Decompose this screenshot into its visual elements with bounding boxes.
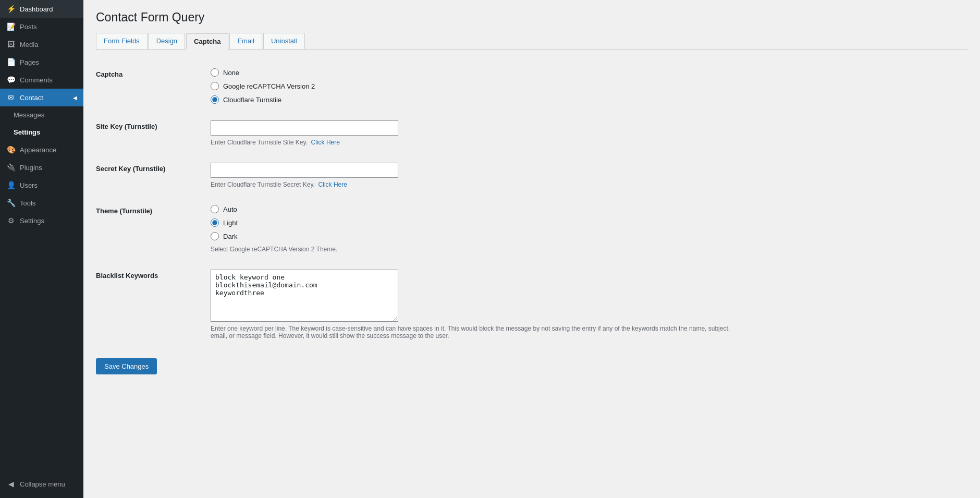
blacklist-label: Blacklist Keywords — [96, 272, 158, 280]
sidebar-item-dashboard[interactable]: ⚡ Dashboard — [0, 0, 83, 18]
page-title: Contact Form Query — [96, 10, 967, 25]
appearance-icon: 🎨 — [6, 145, 16, 154]
captcha-radio-recaptcha[interactable] — [211, 82, 219, 90]
contact-arrow-icon: ◀ — [73, 95, 77, 101]
sidebar-item-pages[interactable]: 📄 Pages — [0, 53, 83, 71]
sidebar: ⚡ Dashboard 📝 Posts 🖼 Media 📄 Pages 💬 Co… — [0, 0, 83, 498]
sidebar-item-settings[interactable]: Settings — [0, 124, 83, 141]
captcha-option-none-label: None — [223, 69, 239, 77]
sidebar-item-wp-settings-label: Settings — [20, 217, 44, 225]
tab-form-fields[interactable]: Form Fields — [96, 33, 148, 49]
theme-radio-dark[interactable] — [211, 232, 219, 240]
sidebar-item-appearance[interactable]: 🎨 Appearance — [0, 141, 83, 159]
dashboard-icon: ⚡ — [6, 5, 16, 13]
captcha-option-recaptcha-label: Google reCAPTCHA Version 2 — [223, 82, 315, 90]
captcha-option-turnstile-label: Cloudflare Turnstile — [223, 96, 281, 104]
sidebar-item-tools-label: Tools — [20, 199, 35, 207]
tab-design[interactable]: Design — [149, 33, 185, 49]
collapse-icon: ◀ — [6, 480, 16, 488]
site-key-link[interactable]: Click Here — [311, 139, 340, 146]
captcha-radio-none[interactable] — [211, 68, 219, 77]
sidebar-item-media[interactable]: 🖼 Media — [0, 35, 83, 53]
theme-option-light-label: Light — [223, 219, 238, 227]
plugins-icon: 🔌 — [6, 163, 16, 172]
sidebar-item-media-label: Media — [20, 41, 38, 48]
sidebar-item-collapse-label: Collapse menu — [20, 480, 65, 488]
captcha-label: Captcha — [96, 70, 123, 78]
blacklist-textarea[interactable]: block keyword one blockthisemail@domain.… — [211, 270, 398, 322]
settings-table: Captcha None Google reCAPTCHA Version 2 — [96, 60, 967, 348]
theme-radio-light[interactable] — [211, 218, 219, 227]
theme-option-dark[interactable]: Dark — [211, 232, 967, 240]
main-content: Contact Form Query Form Fields Design Ca… — [83, 0, 980, 498]
sidebar-item-posts[interactable]: 📝 Posts — [0, 18, 83, 35]
users-icon: 👤 — [6, 181, 16, 189]
contact-submenu: Messages Settings — [0, 106, 83, 141]
theme-option-dark-label: Dark — [223, 233, 237, 240]
contact-icon: ✉ — [6, 93, 16, 102]
sidebar-item-dashboard-label: Dashboard — [20, 5, 53, 13]
form-area: Captcha None Google reCAPTCHA Version 2 — [96, 60, 967, 374]
sidebar-item-users[interactable]: 👤 Users — [0, 176, 83, 194]
tab-captcha[interactable]: Captcha — [186, 33, 228, 50]
captcha-option-turnstile[interactable]: Cloudflare Turnstile — [211, 95, 967, 104]
theme-radio-group: Auto Light Dark — [211, 205, 967, 240]
theme-option-auto-label: Auto — [223, 205, 237, 213]
sidebar-item-users-label: Users — [20, 181, 38, 189]
save-button[interactable]: Save Changes — [96, 358, 157, 374]
site-key-label: Site Key (Turnstile) — [96, 123, 157, 130]
tab-uninstall[interactable]: Uninstall — [263, 33, 305, 49]
theme-row: Theme (Turnstile) Auto Light — [96, 197, 967, 261]
tab-bar: Form Fields Design Captcha Email Uninsta… — [96, 33, 967, 50]
secret-key-link[interactable]: Click Here — [318, 181, 347, 188]
tools-icon: 🔧 — [6, 199, 16, 207]
pages-icon: 📄 — [6, 58, 16, 66]
theme-option-auto[interactable]: Auto — [211, 205, 967, 213]
sidebar-item-messages-label: Messages — [14, 111, 44, 119]
secret-key-input[interactable] — [211, 163, 398, 178]
posts-icon: 📝 — [6, 22, 16, 31]
sidebar-item-wp-settings[interactable]: ⚙ Settings — [0, 212, 83, 229]
sidebar-item-tools[interactable]: 🔧 Tools — [0, 194, 83, 212]
blacklist-description: Enter one keyword per line. The keyword … — [211, 325, 732, 339]
captcha-row: Captcha None Google reCAPTCHA Version 2 — [96, 60, 967, 112]
blacklist-row: Blacklist Keywords block keyword one blo… — [96, 261, 967, 348]
tab-email[interactable]: Email — [229, 33, 262, 49]
sidebar-item-contact-label: Contact — [20, 94, 43, 102]
site-key-row: Site Key (Turnstile) Enter Cloudflare Tu… — [96, 112, 967, 154]
sidebar-item-messages[interactable]: Messages — [0, 106, 83, 124]
captcha-radio-group: None Google reCAPTCHA Version 2 Cloudfla… — [211, 68, 967, 104]
theme-description: Select Google reCAPTCHA Version 2 Theme. — [211, 246, 967, 253]
sidebar-item-appearance-label: Appearance — [20, 146, 56, 154]
secret-key-description: Enter Cloudflare Turnstile Secret Key. C… — [211, 181, 967, 188]
sidebar-item-comments-label: Comments — [20, 76, 53, 84]
captcha-radio-turnstile[interactable] — [211, 95, 219, 104]
sidebar-item-posts-label: Posts — [20, 23, 37, 31]
sidebar-item-plugins[interactable]: 🔌 Plugins — [0, 159, 83, 176]
theme-option-light[interactable]: Light — [211, 218, 967, 227]
site-key-description: Enter Cloudflare Turnstile Site Key. Cli… — [211, 139, 967, 146]
sidebar-item-pages-label: Pages — [20, 58, 39, 66]
media-icon: 🖼 — [6, 40, 16, 48]
sidebar-item-contact[interactable]: ✉ Contact ◀ — [0, 89, 83, 106]
sidebar-item-collapse[interactable]: ◀ Collapse menu — [0, 475, 83, 493]
captcha-option-none[interactable]: None — [211, 68, 967, 77]
settings-icon: ⚙ — [6, 216, 16, 225]
comments-icon: 💬 — [6, 76, 16, 84]
secret-key-label: Secret Key (Turnstile) — [96, 165, 165, 173]
sidebar-item-comments[interactable]: 💬 Comments — [0, 71, 83, 89]
theme-radio-auto[interactable] — [211, 205, 219, 213]
captcha-option-recaptcha[interactable]: Google reCAPTCHA Version 2 — [211, 82, 967, 90]
secret-key-row: Secret Key (Turnstile) Enter Cloudflare … — [96, 154, 967, 197]
sidebar-item-plugins-label: Plugins — [20, 164, 42, 172]
theme-label: Theme (Turnstile) — [96, 207, 152, 215]
sidebar-item-settings-label: Settings — [14, 128, 40, 136]
site-key-input[interactable] — [211, 120, 398, 136]
